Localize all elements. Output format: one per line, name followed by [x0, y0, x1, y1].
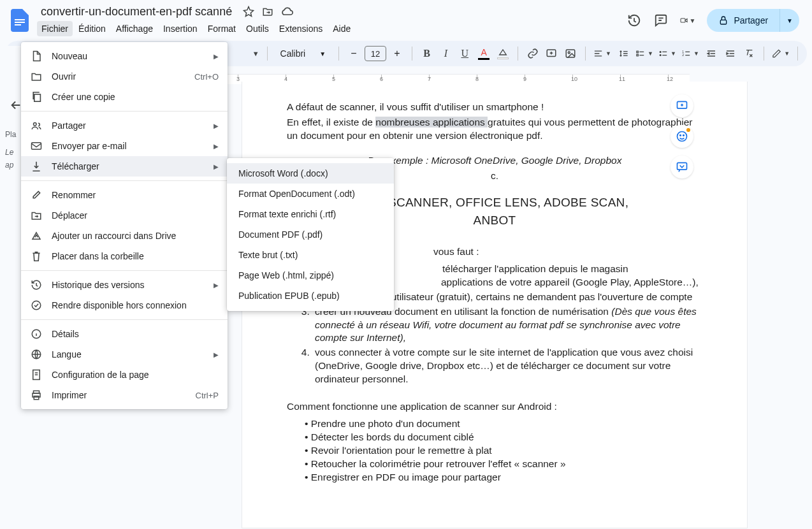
info-icon	[30, 328, 43, 340]
add-comment-button[interactable]	[671, 94, 693, 117]
svg-rect-20	[34, 94, 41, 101]
history-small-icon	[30, 279, 43, 291]
file-move[interactable]: Déplacer	[21, 205, 228, 226]
menu-edition[interactable]: Édition	[74, 21, 110, 36]
align-icon[interactable]: ▼	[593, 45, 611, 62]
clear-formatting-icon[interactable]	[743, 45, 757, 62]
svg-rect-1	[15, 22, 25, 23]
docs-logo-icon[interactable]	[8, 8, 32, 33]
menu-format[interactable]: Format	[203, 21, 240, 36]
file-trash[interactable]: Placer dans la corbeille	[21, 246, 228, 266]
file-offline[interactable]: Rendre disponible hors connexion	[21, 295, 228, 315]
font-size-decrease[interactable]: −	[347, 47, 361, 61]
svg-rect-3	[681, 18, 685, 22]
file-new[interactable]: Nouveau▶	[21, 46, 228, 66]
heading-android[interactable]: Comment fonctionne une application de sc…	[287, 400, 702, 414]
indent-increase-icon[interactable]	[723, 45, 737, 62]
download-pdf[interactable]: Document PDF (.pdf)	[227, 224, 394, 245]
para-1[interactable]: A défaut de scanner, il vous suffit d'ut…	[287, 101, 702, 114]
svg-rect-19	[678, 163, 687, 170]
svg-text:2: 2	[682, 53, 684, 57]
lock-icon	[718, 15, 729, 25]
para-2[interactable]: En effet, il existe de nombreuses applic…	[287, 116, 702, 143]
font-size-input[interactable]: 12	[365, 46, 386, 61]
svg-point-12	[660, 55, 661, 56]
svg-point-16	[678, 132, 687, 141]
insert-link-icon[interactable]	[526, 45, 540, 62]
svg-point-11	[660, 52, 661, 53]
bold-icon[interactable]: B	[420, 45, 434, 62]
file-open[interactable]: OuvrirCtrl+O	[21, 66, 228, 87]
editing-mode-icon[interactable]: ▼	[772, 45, 790, 62]
checklist-icon[interactable]: ▼	[635, 45, 653, 62]
font-size-increase[interactable]: +	[390, 47, 404, 61]
comments-icon[interactable]	[653, 13, 669, 28]
svg-rect-7	[567, 50, 576, 57]
svg-rect-4	[721, 20, 727, 24]
history-icon[interactable]	[627, 13, 642, 28]
file-versions[interactable]: Historique des versions▶	[21, 275, 228, 295]
folder-move-icon	[30, 209, 43, 222]
trash-icon	[30, 250, 43, 263]
star-icon[interactable]	[242, 5, 255, 18]
menu-insertion[interactable]: Insertion	[159, 21, 202, 36]
insert-image-icon[interactable]	[563, 45, 577, 62]
share-button[interactable]: Partager	[707, 9, 779, 32]
svg-rect-9	[637, 51, 639, 53]
add-comment-icon[interactable]	[545, 45, 559, 62]
move-icon[interactable]	[261, 5, 274, 18]
menu-fichier[interactable]: Fichier	[37, 21, 73, 36]
file-copy[interactable]: Créer une copie	[21, 87, 228, 107]
file-email[interactable]: Envoyer par e-mail▶	[21, 136, 228, 156]
download-txt[interactable]: Texte brut (.txt)	[227, 245, 394, 265]
menu-aide[interactable]: Aide	[328, 21, 355, 36]
heading-need[interactable]: vous faut :	[433, 245, 702, 259]
folder-icon	[30, 70, 43, 83]
file-download[interactable]: Télécharger▶	[21, 156, 228, 177]
menu-extensions[interactable]: Extensions	[275, 21, 327, 36]
font-size-group: − 12 +	[347, 46, 404, 61]
file-icon	[30, 50, 43, 62]
line-spacing-icon[interactable]	[616, 45, 630, 62]
drive-shortcut-icon	[30, 229, 43, 242]
font-family-select[interactable]: Calibri▼	[275, 48, 331, 59]
title-bar: convertir-un-document-en-pdf scanné Fich…	[0, 0, 812, 41]
document-title[interactable]: convertir-un-document-en-pdf scanné	[37, 4, 236, 20]
download-epub[interactable]: Publication EPUB (.epub)	[227, 286, 394, 306]
svg-point-23	[32, 301, 41, 310]
numbered-list-icon[interactable]: 12▼	[681, 45, 699, 62]
file-details[interactable]: Détails	[21, 324, 228, 344]
bullet-list[interactable]: Prendre une photo d'un document Détecter…	[305, 417, 702, 484]
share-dropdown[interactable]: ▼	[779, 9, 799, 32]
file-rename[interactable]: Renommer	[21, 185, 228, 205]
file-page-setup[interactable]: Configuration de la page	[21, 365, 228, 385]
emoji-reaction-button[interactable]	[671, 125, 693, 148]
file-print[interactable]: ImprimerCtrl+P	[21, 385, 228, 405]
meet-icon[interactable]: ▼	[680, 13, 695, 28]
file-share[interactable]: Partager▶	[21, 115, 228, 136]
highlight-color-icon[interactable]	[496, 45, 510, 62]
svg-point-8	[569, 52, 570, 54]
underline-icon[interactable]: U	[458, 45, 472, 62]
header-actions: ▼ Partager ▼	[627, 9, 799, 32]
menu-outils[interactable]: Outils	[242, 21, 273, 36]
page-setup-icon	[30, 368, 43, 381]
file-language[interactable]: Langue▶	[21, 344, 228, 365]
bullet-list-icon[interactable]: ▼	[658, 45, 676, 62]
people-icon	[30, 119, 43, 132]
download-rtf[interactable]: Format texte enrichi (.rtf)	[227, 204, 394, 224]
menu-affichage[interactable]: Affichage	[112, 21, 157, 36]
download-odt[interactable]: Format OpenDocument (.odt)	[227, 184, 394, 204]
svg-rect-10	[637, 54, 639, 56]
globe-icon	[30, 348, 43, 361]
file-shortcut[interactable]: Ajouter un raccourci dans Drive	[21, 226, 228, 246]
text-color-icon[interactable]: A	[477, 45, 491, 62]
side-comment-tools	[671, 94, 693, 178]
svg-point-17	[680, 135, 681, 136]
download-docx[interactable]: Microsoft Word (.docx)	[227, 163, 394, 184]
download-html[interactable]: Page Web (.html, zippé)	[227, 265, 394, 286]
cloud-status-icon[interactable]	[280, 5, 293, 18]
italic-icon[interactable]: I	[439, 45, 453, 62]
indent-decrease-icon[interactable]	[704, 45, 718, 62]
suggest-edits-button[interactable]	[671, 156, 693, 178]
